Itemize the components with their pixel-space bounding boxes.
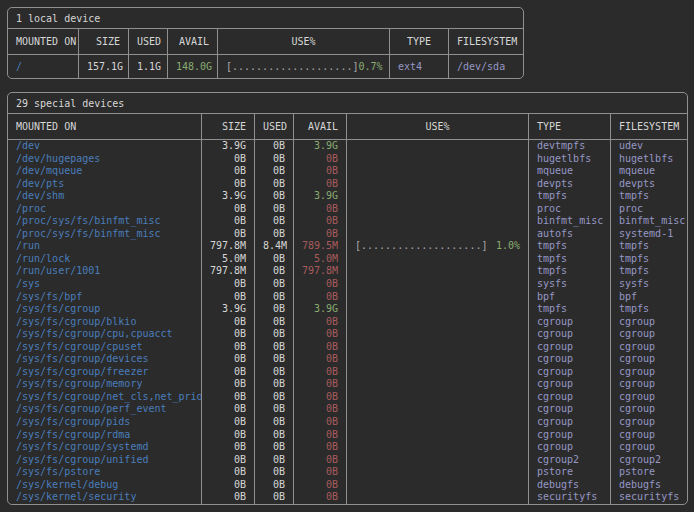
avail-cell: 0B xyxy=(293,165,346,178)
mount-point-cell: /dev/hugepages xyxy=(8,153,201,166)
size-cell: 0B xyxy=(201,416,254,429)
type-cell: tmpfs xyxy=(528,303,610,316)
usage-bar: [....................] xyxy=(355,240,487,253)
special-table-body: /dev3.9G0B3.9Gdevtmpfsudev/dev/hugepages… xyxy=(8,140,687,504)
header-used: USED xyxy=(254,114,293,139)
used-cell: 0B xyxy=(254,378,293,391)
used-cell: 0B xyxy=(254,190,293,203)
size-cell: 3.9G xyxy=(201,140,254,153)
avail-cell: 0B xyxy=(293,403,346,416)
avail-cell: 0B xyxy=(293,491,346,504)
type-cell: cgroup2 xyxy=(528,454,610,467)
avail-cell: 3.9G xyxy=(293,190,346,203)
header-filesystem: FILESYSTEM xyxy=(448,29,524,54)
avail-cell: 789.5M xyxy=(293,240,346,253)
used-cell: 0B xyxy=(254,203,293,216)
mount-point-cell: /proc/sys/fs/binfmt_misc xyxy=(8,215,201,228)
mount-point-cell: /dev/mqueue xyxy=(8,165,201,178)
avail-cell: 0B xyxy=(293,316,346,329)
mount-point-cell: /sys/fs/cgroup/perf_event xyxy=(8,403,201,416)
filesystem-cell: binfmt_misc xyxy=(610,215,688,228)
used-cell: 0B xyxy=(254,303,293,316)
type-cell: sysfs xyxy=(528,278,610,291)
used-cell: 0B xyxy=(254,228,293,241)
use-percent-cell xyxy=(346,228,528,241)
use-percent-cell xyxy=(346,366,528,379)
table-row: /sys0B0B0Bsysfssysfs xyxy=(8,278,687,291)
mount-point-cell: /sys/fs/cgroup/cpuset xyxy=(8,341,201,354)
filesystem-cell: cgroup xyxy=(610,441,688,454)
filesystem-cell: cgroup xyxy=(610,403,688,416)
avail-cell: 0B xyxy=(293,291,346,304)
size-cell: 0B xyxy=(201,328,254,341)
special-table-title: 29 special devices xyxy=(8,93,687,114)
mount-point-cell: /sys/fs/cgroup xyxy=(8,303,201,316)
used-cell: 0B xyxy=(254,291,293,304)
size-cell: 3.9G xyxy=(201,190,254,203)
type-cell: bpf xyxy=(528,291,610,304)
use-percent-cell: [....................]0.7% xyxy=(217,55,389,78)
table-row: /dev/hugepages0B0B0Bhugetlbfshugetlbfs xyxy=(8,153,687,166)
used-cell: 0B xyxy=(254,403,293,416)
mount-point-cell: /sys/fs/cgroup/rdma xyxy=(8,429,201,442)
avail-cell: 0B xyxy=(293,153,346,166)
used-cell: 1.1G xyxy=(128,55,167,78)
filesystem-cell: cgroup xyxy=(610,366,688,379)
table-row: /sys/kernel/security0B0B0Bsecurityfssecu… xyxy=(8,491,687,504)
size-cell: 0B xyxy=(201,403,254,416)
type-cell: tmpfs xyxy=(528,190,610,203)
used-cell: 0B xyxy=(254,341,293,354)
use-percent-cell: [....................]1.0% xyxy=(346,240,528,253)
used-cell: 0B xyxy=(254,491,293,504)
table-row: /sys/fs/cgroup/blkio0B0B0Bcgroupcgroup xyxy=(8,316,687,329)
avail-cell: 0B xyxy=(293,215,346,228)
size-cell: 3.9G xyxy=(201,303,254,316)
table-row: /sys/fs/cgroup/net_cls,net_prio0B0B0Bcgr… xyxy=(8,391,687,404)
mount-point-cell: /proc/sys/fs/binfmt_misc xyxy=(8,228,201,241)
table-row: /sys/fs/cgroup/unified0B0B0Bcgroup2cgrou… xyxy=(8,454,687,467)
avail-cell: 0B xyxy=(293,416,346,429)
avail-cell: 0B xyxy=(293,278,346,291)
use-percent-cell xyxy=(346,403,528,416)
mount-point-cell: /sys/fs/cgroup/net_cls,net_prio xyxy=(8,391,201,404)
header-avail: AVAIL xyxy=(293,114,346,139)
size-cell: 0B xyxy=(201,215,254,228)
type-cell: cgroup xyxy=(528,366,610,379)
size-cell: 0B xyxy=(201,316,254,329)
type-cell: devpts xyxy=(528,178,610,191)
filesystem-cell: debugfs xyxy=(610,479,688,492)
mount-point-cell: /run xyxy=(8,240,201,253)
filesystem-cell: pstore xyxy=(610,466,688,479)
avail-cell: 0B xyxy=(293,429,346,442)
filesystem-cell: tmpfs xyxy=(610,265,688,278)
type-cell: pstore xyxy=(528,466,610,479)
type-cell: tmpfs xyxy=(528,253,610,266)
used-cell: 0B xyxy=(254,466,293,479)
avail-cell: 797.8M xyxy=(293,265,346,278)
mount-point-cell: /sys/kernel/debug xyxy=(8,479,201,492)
type-cell: debugfs xyxy=(528,479,610,492)
type-cell: cgroup xyxy=(528,353,610,366)
header-type: TYPE xyxy=(389,29,448,54)
mount-point-cell: /sys xyxy=(8,278,201,291)
avail-cell: 0B xyxy=(293,479,346,492)
mount-point-cell: /proc xyxy=(8,203,201,216)
filesystem-cell: tmpfs xyxy=(610,240,688,253)
used-cell: 0B xyxy=(254,278,293,291)
use-percent-cell xyxy=(346,153,528,166)
mount-point-cell: /sys/fs/cgroup/devices xyxy=(8,353,201,366)
use-percent-cell xyxy=(346,441,528,454)
table-row: /sys/fs/cgroup/cpu,cpuacct0B0B0Bcgroupcg… xyxy=(8,328,687,341)
table-row: /sys/fs/pstore0B0B0Bpstorepstore xyxy=(8,466,687,479)
use-percent-cell xyxy=(346,203,528,216)
size-cell: 0B xyxy=(201,353,254,366)
table-row: /sys/fs/cgroup/devices0B0B0Bcgroupcgroup xyxy=(8,353,687,366)
use-percent-cell xyxy=(346,303,528,316)
table-row: /sys/fs/cgroup/memory0B0B0Bcgroupcgroup xyxy=(8,378,687,391)
use-percent-cell xyxy=(346,265,528,278)
mount-point-cell: /sys/fs/cgroup/unified xyxy=(8,454,201,467)
table-row: /dev3.9G0B3.9Gdevtmpfsudev xyxy=(8,140,687,153)
size-cell: 0B xyxy=(201,228,254,241)
filesystem-cell: udev xyxy=(610,140,688,153)
use-percent-cell xyxy=(346,140,528,153)
